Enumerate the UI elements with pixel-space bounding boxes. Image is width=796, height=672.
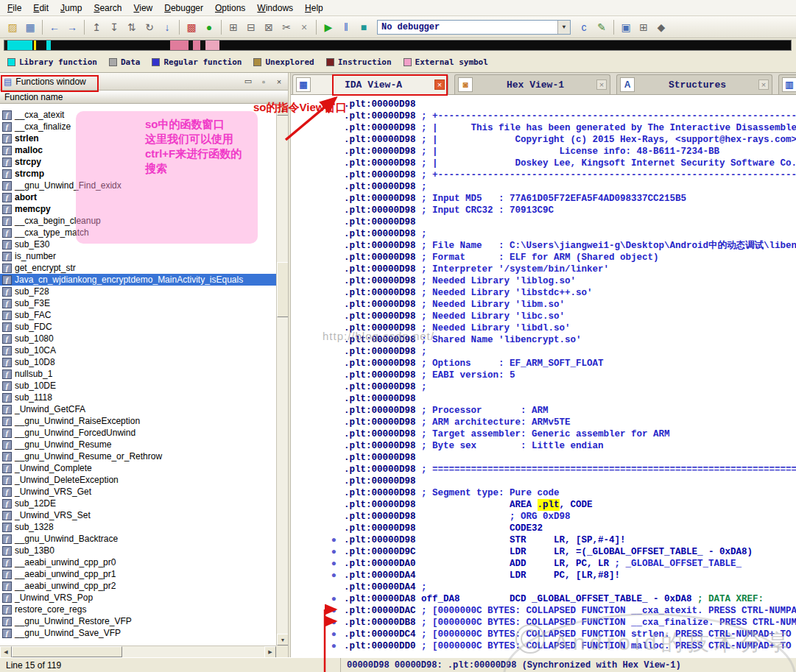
save-database-button[interactable]: ▦ — [22, 19, 38, 35]
vertical-scroll-thumb[interactable] — [277, 262, 289, 317]
disassembly-line[interactable]: .plt:00000D98 ; Input CRC32 : 70913C9C — [291, 205, 796, 216]
attach-to-process-button[interactable]: c — [576, 19, 592, 35]
function-list-item[interactable]: f__aeabi_unwind_cpp_pr1 — [0, 568, 276, 580]
tab-close-icon[interactable]: × — [758, 79, 769, 90]
disassembly-line[interactable]: .plt:00000D98 ; ARM architecture: ARMv5T… — [291, 417, 796, 428]
tile-windows-button[interactable]: ⊟ — [243, 19, 259, 35]
disassembly-line[interactable]: .plt:00000D98 — [291, 475, 796, 487]
calculator-button[interactable]: ⊠ — [261, 19, 277, 35]
function-list-item[interactable]: f__gnu_Unwind_RaiseException — [0, 415, 276, 427]
tab-structures[interactable]: AStructures× — [616, 74, 772, 94]
disassembly-line[interactable]: .plt:00000D98 ; Options : EF_ARM_SOFT_FL… — [291, 358, 796, 369]
disassembly-line[interactable]: .plt:00000D98 ; Segment type: Pure code — [291, 487, 796, 499]
disassembly-line[interactable]: .plt:00000D98 ; Needed Library 'libm.so' — [291, 299, 796, 311]
disassembly-line[interactable]: ●.plt:00000DA0 ADD LR, PC, LR ; _GLOBAL_… — [291, 558, 796, 570]
function-list-item[interactable]: fis_number — [0, 250, 276, 262]
disassembly-line[interactable]: .plt:00000D98 ; Input MD5 : 77A61D05F72E… — [291, 193, 796, 205]
function-list-item[interactable]: f__aeabi_unwind_cpp_pr0 — [0, 556, 276, 568]
close-button[interactable]: × — [273, 77, 285, 87]
disassembly-line[interactable]: ●.plt:00000DA4 LDR PC, [LR,#8]! — [291, 570, 796, 581]
function-list-item[interactable]: fsub_10D8 — [0, 356, 276, 368]
disassembly-line[interactable]: .plt:00000D98 ; — [291, 181, 796, 193]
disassembly-line[interactable]: .plt:00000D98 CODE32 — [291, 523, 796, 534]
menu-jump[interactable]: Jump — [54, 1, 88, 15]
disassembly-line[interactable]: .plt:00000D98 ; | License info: 48-B611-… — [291, 146, 796, 158]
disassembly-line[interactable]: ●.plt:00000DA8 off_DA8 DCD _GLOBAL_OFFSE… — [291, 593, 796, 605]
disassembly-line[interactable]: .plt:00000D98 ; — [291, 228, 796, 240]
function-list-item[interactable]: frestore_core_regs — [0, 604, 276, 615]
scroll-down-button[interactable]: ▼ — [277, 634, 289, 646]
menu-search[interactable]: Search — [88, 1, 127, 15]
function-list-item[interactable]: fJava_cn_wjdiankong_encryptdemo_MainActi… — [0, 274, 276, 286]
disassembly-line[interactable]: ●.plt:00000DAC ; [0000000C BYTES: COLLAP… — [291, 605, 796, 617]
disassembly-line[interactable]: .plt:00000D98 ; | Copyright (c) 2015 Hex… — [291, 134, 796, 146]
disassembly-line[interactable]: .plt:00000D98 ; File Name : C:\Users\jia… — [291, 240, 796, 252]
disassembly-line[interactable]: ●.plt:00000D9C LDR LR, =(_GLOBAL_OFFSET_… — [291, 546, 796, 558]
function-list-item[interactable]: fsub_10CA — [0, 344, 276, 356]
navigation-band[interactable] — [4, 40, 792, 51]
disassembly-line[interactable]: .plt:00000D98 — [291, 216, 796, 228]
disassembly-line[interactable]: .plt:00000D98 ; ORG 0xD98 — [291, 511, 796, 523]
minimize-button[interactable]: ▭ — [242, 77, 254, 87]
tab-partial[interactable]: ▥ — [778, 74, 796, 94]
disassembly-line[interactable]: .plt:00000D98 — [291, 99, 796, 110]
function-list-item[interactable]: fsub_F3E — [0, 297, 276, 309]
function-list-item[interactable]: f__gnu_Unwind_ForcedUnwind — [0, 427, 276, 439]
disassembly-line[interactable]: .plt:00000D98 ; Needed Library 'libc.so' — [291, 311, 796, 322]
edit-script-button[interactable]: ✎ — [594, 19, 610, 35]
disassembly-line[interactable]: .plt:00000D98 ; Needed Library 'libstdc+… — [291, 287, 796, 299]
tab-hex-view-1[interactable]: ◙Hex View-1× — [454, 74, 610, 94]
function-list-item[interactable]: f__gnu_Unwind_Save_VFP — [0, 627, 276, 639]
function-list-item[interactable]: fget_encrypt_str — [0, 262, 276, 274]
function-list-item[interactable]: fsub_10DE — [0, 380, 276, 392]
disassembly-line[interactable]: .plt:00000D98 — [291, 452, 796, 464]
menu-windows[interactable]: Windows — [251, 1, 299, 15]
disassembly-line[interactable]: .plt:00000D98 ; — [291, 381, 796, 393]
disassembly-line[interactable]: .plt:00000D98 ; Needed Library 'liblog.s… — [291, 275, 796, 287]
horizontal-scroll-thumb[interactable] — [12, 646, 122, 657]
disassembly-line[interactable]: .plt:00000D98 ; | Doskey Lee, Kingsoft I… — [291, 158, 796, 169]
menu-help[interactable]: Help — [299, 1, 329, 15]
function-list-item[interactable]: f_Unwind_Complete — [0, 462, 276, 474]
function-list-item[interactable]: f__aeabi_unwind_cpp_pr2 — [0, 580, 276, 592]
function-list-item[interactable]: f_Unwind_VRS_Pop — [0, 592, 276, 604]
function-list-item[interactable]: f_Unwind_VRS_Set — [0, 509, 276, 521]
jump-next-function-button[interactable]: ↧ — [106, 19, 122, 35]
set-color-button[interactable]: ▩ — [183, 19, 200, 35]
jump-to-address-button[interactable]: ↓ — [159, 19, 175, 35]
analysis-indicator-button[interactable]: ● — [201, 19, 217, 35]
drop-down-icon[interactable]: ▼ — [557, 21, 570, 34]
disassembly-line[interactable]: .plt:00000D98 ; | This file has been gen… — [291, 122, 796, 134]
jump-prev-function-button[interactable]: ↥ — [88, 19, 105, 35]
function-list-item[interactable]: fsub_FAC — [0, 309, 276, 321]
horizontal-scrollbar[interactable]: ◀ ▶ — [0, 646, 276, 657]
menu-debugger[interactable]: Debugger — [158, 1, 209, 15]
debugger-select[interactable]: No debugger▼ — [377, 20, 571, 35]
disassembly-line[interactable]: ●.plt:00000D98 STR LR, [SP,#-4]! — [291, 534, 796, 546]
open-file-button[interactable]: ▨ — [4, 19, 21, 35]
function-list-item[interactable]: fsub_13B0 — [0, 545, 276, 556]
scroll-right-button[interactable]: ▶ — [264, 646, 276, 658]
function-list-item[interactable]: f_Unwind_GetCFA — [0, 403, 276, 415]
function-list-item[interactable]: fsub_1080 — [0, 333, 276, 344]
disassembly-line[interactable]: .plt:00000D98 ; Processor : ARM — [291, 405, 796, 417]
close-view-button[interactable]: × — [296, 19, 312, 35]
function-list-item[interactable]: f_Unwind_DeleteException — [0, 474, 276, 486]
disassembly-line[interactable]: .plt:00000D98 ; +-----------------------… — [291, 169, 796, 181]
function-list-item[interactable]: fnullsub_1 — [0, 368, 276, 380]
options-tools-button[interactable]: ◆ — [653, 19, 669, 35]
function-list-item[interactable]: fsub_12DE — [0, 498, 276, 509]
function-list-item[interactable]: f__gnu_Unwind_Restore_VFP — [0, 615, 276, 627]
tab-close-icon[interactable]: × — [596, 79, 607, 90]
disassembly-line[interactable]: .plt:00000D98 ; +-----------------------… — [291, 110, 796, 122]
function-list-item[interactable]: f__gnu_Unwind_Resume_or_Rethrow — [0, 450, 276, 462]
open-subview-button[interactable]: ⊞ — [225, 19, 242, 35]
start-process-button[interactable]: ▶ — [320, 19, 337, 35]
disassembly-line[interactable]: .plt:00000D98 ; EABI version: 5 — [291, 369, 796, 381]
disassembly-line[interactable]: .plt:00000D98 ; — [291, 346, 796, 358]
disassembly-line[interactable]: .plt:00000D98 AREA .plt, CODE — [291, 499, 796, 511]
disassembly-line[interactable]: .plt:00000DA4 ; — [291, 581, 796, 593]
disassembly-line[interactable]: .plt:00000D98 ; Format : ELF for ARM (Sh… — [291, 252, 796, 264]
float-button[interactable]: ▫ — [258, 77, 270, 87]
disassembly-line[interactable]: .plt:00000D98 ; Target assembler: Generi… — [291, 428, 796, 440]
